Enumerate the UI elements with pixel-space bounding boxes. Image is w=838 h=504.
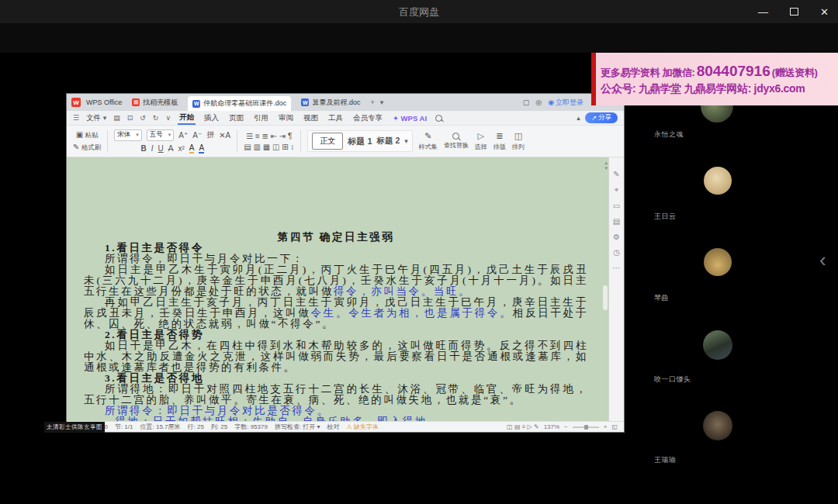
undo-icon[interactable]: ↺	[140, 114, 146, 122]
superscript-icon[interactable]: x²	[178, 144, 184, 153]
doc-heading: 2.看日主是否得势	[84, 330, 588, 340]
style-gallery: 正文 标题 1 标题 2 ▾	[307, 130, 412, 152]
login-button[interactable]: ◉ 立即登录	[548, 98, 583, 108]
warning-icon: ⚠	[347, 423, 352, 430]
status-section: 节: 1/1	[115, 423, 133, 431]
restore-window-icon[interactable]: ▢	[523, 98, 530, 106]
close-icon[interactable]: ✕	[820, 6, 829, 18]
arrange-button[interactable]: ◫ 排列	[512, 131, 525, 151]
doc-paragraph: 如日主是甲乙木生于寅卯月(正二月)，丙丁火生于巳午月(四五月)，戊己土生于辰戌丑…	[84, 264, 588, 297]
paste-button[interactable]: ▣ 粘贴	[76, 130, 99, 140]
style-body[interactable]: 正文	[312, 133, 343, 150]
chevron-left-icon[interactable]: ‹	[819, 248, 826, 272]
menu-reference[interactable]: 引用	[252, 112, 270, 124]
hamburger-icon[interactable]: ☰	[73, 114, 79, 122]
card-icon[interactable]: ▤	[613, 217, 620, 226]
menu-tools[interactable]: 工具	[327, 112, 345, 124]
font-increase-icon[interactable]: A⁺	[178, 131, 188, 140]
fullscreen-icon[interactable]: ◱	[611, 423, 618, 430]
missing-font-warning[interactable]: ⚠缺失字体	[347, 423, 379, 431]
menu-wps-ai[interactable]: ✦ WPS AI	[391, 113, 428, 123]
share-button[interactable]: ↗ 分享	[585, 112, 618, 123]
edit-icon[interactable]: ✎	[613, 170, 619, 178]
letterbox-bottom	[0, 471, 838, 504]
theme-icon[interactable]: ◎	[535, 98, 542, 106]
caret-down-icon: ▾	[317, 423, 320, 430]
share-arrow-icon: ↗	[591, 114, 597, 122]
format-painter-button[interactable]: ✎ 格式刷	[73, 143, 101, 153]
menu-member[interactable]: 会员专享	[351, 112, 384, 124]
style-heading2[interactable]: 标题 2	[377, 136, 400, 147]
doc-paragraph: 如日干是甲乙木，在四柱中得到水和木帮助较多的，这叫做旺而得势。反之得不到四柱中水…	[84, 340, 588, 373]
history-icon[interactable]: ◷	[613, 248, 620, 257]
layout-button[interactable]: ≣ 排版	[493, 131, 506, 151]
tabbar-right: ▢ ◎ ◉ 立即登录	[523, 98, 583, 108]
list-format-icons-row1[interactable]: ☰ ≡ ≣ ⇤ ⇥ ¶	[246, 132, 292, 140]
print-icon[interactable]: ⊡	[127, 114, 133, 122]
list-format-icons-row2[interactable]: ▤ ▥ ▦ ◫ ⊞ ↕	[244, 143, 294, 151]
status-spellcheck[interactable]: 拼写检查: 打开 ▾	[275, 423, 320, 431]
status-proofread[interactable]: 校对	[327, 423, 340, 431]
menubar-right: ▴ ↗ 分享	[577, 112, 618, 123]
collapse-ribbon-icon[interactable]: ▴	[577, 114, 580, 122]
tab-document-2[interactable]: W 算量及前程.doc	[296, 94, 365, 111]
zoom-in-icon[interactable]: +	[604, 423, 608, 430]
settings-icon[interactable]: ⚙	[613, 233, 620, 241]
menu-review[interactable]: 审阅	[277, 112, 295, 124]
underline-icon[interactable]: U	[158, 144, 163, 153]
font-group: 宋体▾ 五号▾ A⁺ A⁻ 拼 ✕A B I U A x² A A	[114, 129, 230, 154]
quickbar-more-icon[interactable]: ∨	[165, 114, 171, 122]
new-tab-icon[interactable]: +	[370, 98, 374, 106]
promo-banner: 更多易学资料 加微信: 804407916 (赠送资料) 公众号: 九鼎学堂 九…	[591, 53, 838, 105]
menu-home[interactable]: 开始	[178, 112, 196, 125]
view-mode-icons[interactable]: ◫ ▤ ≡ ▷ ✎	[507, 423, 539, 430]
template-store-icon: ▤	[132, 98, 140, 106]
zoom-level[interactable]: 137%	[544, 423, 559, 430]
find-replace-button[interactable]: 查找替换	[444, 133, 469, 150]
find-replace-icon	[452, 133, 459, 140]
zoom-out-icon[interactable]: −	[564, 423, 568, 430]
minimize-icon[interactable]: —	[758, 6, 768, 18]
select-tool-icon[interactable]: ⌖	[615, 185, 619, 195]
style-heading1[interactable]: 标题 1	[348, 136, 372, 147]
font-decrease-icon[interactable]: A⁻	[192, 131, 202, 140]
tab-template-store[interactable]: ▤ 找稻壳模板	[127, 94, 182, 111]
styles-set-button[interactable]: ✎ 样式集	[419, 131, 438, 151]
baidu-netdisk-player: { "window": { "title": "百度网盘" }, "icons"…	[0, 0, 838, 504]
pinyin-icon[interactable]: 拼	[206, 129, 214, 140]
menu-insert[interactable]: 插入	[203, 112, 220, 124]
scroll-up-icon[interactable]: ▴▾	[604, 160, 608, 171]
tab-document-1[interactable]: W 仲航命理零基础班课件.doc	[188, 96, 291, 111]
font-name-select[interactable]: 宋体▾	[114, 129, 142, 141]
maximize-icon[interactable]	[790, 8, 798, 16]
vertical-scrollbar-thumb[interactable]	[603, 285, 608, 310]
tab-list-caret-icon[interactable]: ▾	[380, 98, 384, 106]
bold-icon[interactable]: B	[140, 144, 146, 153]
font-size-select[interactable]: 五号▾	[147, 129, 175, 141]
wps-menubar: ☰ 文件 ▾ ▤ ⊡ ↺ ↻ ∨ 开始 插入 页面 引用 审阅 视图 工具 会员…	[67, 111, 624, 126]
styles-set-icon: ✎	[424, 131, 431, 141]
search-icon[interactable]	[435, 115, 442, 122]
style-gallery-caret-icon[interactable]: ▾	[404, 137, 408, 145]
participant-name: 永恒之魂	[654, 129, 684, 140]
italic-icon[interactable]: I	[151, 144, 154, 153]
banner-line2: 公众号: 九鼎学堂 九鼎易学网站: jdyx6.com	[601, 82, 838, 96]
avatar	[704, 167, 732, 195]
menu-page[interactable]: 页面	[227, 112, 245, 124]
font-color-icon[interactable]: A	[199, 143, 204, 154]
highlight-color-icon[interactable]: A	[189, 143, 195, 154]
zoom-slider-thumb[interactable]	[584, 425, 588, 430]
menu-view[interactable]: 视图	[302, 112, 320, 124]
participant-name: 咬一口馒头	[654, 375, 691, 385]
zoom-slider[interactable]	[573, 426, 599, 428]
menu-file[interactable]: 文件 ▾	[86, 113, 106, 123]
clear-format-icon[interactable]: ✕A	[219, 131, 230, 140]
save-icon[interactable]: ▤	[113, 114, 120, 122]
strikethrough-icon[interactable]: A	[168, 144, 174, 153]
status-position: 位置: 15.7厘米	[140, 423, 181, 431]
more-icon[interactable]: ⋯	[613, 264, 621, 272]
select-button[interactable]: ▷ 选择	[475, 131, 487, 151]
comment-icon[interactable]: ▭	[613, 202, 620, 210]
redo-icon[interactable]: ↻	[153, 114, 159, 122]
document-page: 第四节 确定日主强弱 1.看日主是否得令 所谓得令，即日干与月令对比一下： 如日…	[84, 157, 588, 421]
